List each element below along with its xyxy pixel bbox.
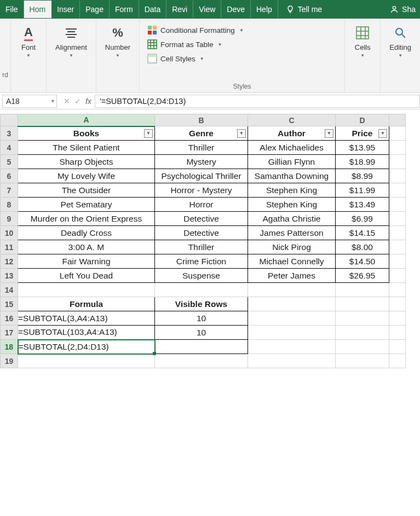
- table-cell-genre[interactable]: Detective: [155, 212, 248, 226]
- formula-cell[interactable]: =SUBTOTAL(103,A4:A13): [18, 326, 155, 340]
- table-cell-genre[interactable]: Thriller: [155, 141, 248, 155]
- col-header-D[interactable]: D: [336, 114, 389, 126]
- row-header-7[interactable]: 7: [1, 183, 18, 198]
- accept-icon[interactable]: ✓: [74, 97, 81, 106]
- table-cell-book[interactable]: Fair Warning: [18, 254, 155, 269]
- row-header-11[interactable]: 11: [1, 240, 18, 254]
- filter-button[interactable]: ▼: [144, 129, 153, 138]
- conditional-formatting-button[interactable]: Conditional Formatting▼: [145, 24, 246, 36]
- row-header-17[interactable]: 17: [1, 326, 18, 340]
- fx-icon[interactable]: fx: [85, 97, 91, 106]
- table-cell-price[interactable]: $13.95: [336, 141, 389, 155]
- table-cell-author[interactable]: Peter James: [248, 269, 336, 283]
- table-header-genre[interactable]: Genre▼: [155, 126, 248, 141]
- table-cell-genre[interactable]: Horror: [155, 198, 248, 212]
- table-cell-price[interactable]: $11.99: [336, 183, 389, 198]
- spreadsheet-grid[interactable]: A B C D 3 Books▼ Genre▼ Author▼ Price▼ 4…: [0, 114, 406, 368]
- col-header-E[interactable]: [389, 114, 406, 126]
- table-cell-price[interactable]: $6.99: [336, 212, 389, 226]
- row-header-15[interactable]: 15: [1, 297, 18, 311]
- table-cell-price[interactable]: $8.00: [336, 240, 389, 254]
- table-cell-genre[interactable]: Psychological Thriller: [155, 169, 248, 183]
- row-header-9[interactable]: 9: [1, 212, 18, 226]
- table-cell-author[interactable]: Stephen King: [248, 198, 336, 212]
- table-cell-price[interactable]: $13.49: [336, 198, 389, 212]
- tab-file[interactable]: File: [0, 1, 24, 18]
- filter-button[interactable]: ▼: [237, 129, 246, 138]
- row-header-19[interactable]: 19: [1, 354, 18, 368]
- table-cell-genre[interactable]: Detective: [155, 226, 248, 240]
- result-cell[interactable]: 10: [155, 311, 248, 326]
- table-cell-price[interactable]: $14.50: [336, 254, 389, 269]
- share-button[interactable]: Sha: [386, 5, 420, 14]
- filter-button[interactable]: ▼: [325, 129, 333, 138]
- row-header-3[interactable]: 3: [1, 126, 18, 141]
- visible-rows-header[interactable]: Visible Rows: [155, 297, 248, 311]
- tab-hom[interactable]: Hom: [24, 1, 52, 18]
- table-cell-book[interactable]: The Outsider: [18, 183, 155, 198]
- col-header-C[interactable]: C: [248, 114, 336, 126]
- chevron-down-icon[interactable]: ▼: [50, 98, 55, 104]
- table-cell-genre[interactable]: Mystery: [155, 155, 248, 169]
- editing-button[interactable]: Editing ▼: [386, 22, 415, 60]
- font-button[interactable]: A Font ▼: [16, 22, 41, 60]
- table-cell-author[interactable]: Michael Connelly: [248, 254, 336, 269]
- tab-data[interactable]: Data: [139, 1, 167, 18]
- table-header-books[interactable]: Books▼: [18, 126, 155, 141]
- row-header-10[interactable]: 10: [1, 226, 18, 240]
- tab-form[interactable]: Form: [110, 1, 139, 18]
- table-cell-author[interactable]: James Patterson: [248, 226, 336, 240]
- tab-deve[interactable]: Deve: [221, 1, 251, 18]
- row-header-6[interactable]: 6: [1, 169, 18, 183]
- table-cell-book[interactable]: Left You Dead: [18, 269, 155, 283]
- formula-cell[interactable]: =SUBTOTAL(3,A4:A13): [18, 311, 155, 326]
- filter-button[interactable]: ▼: [378, 129, 387, 138]
- table-cell-book[interactable]: 3:00 A. M: [18, 240, 155, 254]
- col-header-B[interactable]: B: [155, 114, 248, 126]
- table-cell-book[interactable]: Pet Sematary: [18, 198, 155, 212]
- table-cell-book[interactable]: My Lovely Wife: [18, 169, 155, 183]
- row-header-5[interactable]: 5: [1, 155, 18, 169]
- table-cell-book[interactable]: Deadly Cross: [18, 226, 155, 240]
- table-cell-price[interactable]: $18.99: [336, 155, 389, 169]
- table-cell-price[interactable]: $14.15: [336, 226, 389, 240]
- table-header-author[interactable]: Author▼: [248, 126, 336, 141]
- col-header-A[interactable]: A: [18, 114, 155, 126]
- tab-view[interactable]: View: [193, 1, 221, 18]
- table-cell-author[interactable]: Alex Michaelides: [248, 141, 336, 155]
- alignment-button[interactable]: Alignment ▼: [52, 22, 90, 60]
- row-header-16[interactable]: 16: [1, 311, 18, 326]
- table-cell-book[interactable]: Sharp Objects: [18, 155, 155, 169]
- number-button[interactable]: % Number ▼: [102, 22, 134, 60]
- row-header-13[interactable]: 13: [1, 269, 18, 283]
- formula-input[interactable]: '=SUBTOTAL(2,D4:D13): [95, 95, 420, 108]
- table-cell-book[interactable]: Murder on the Orient Express: [18, 212, 155, 226]
- table-cell-price[interactable]: $26.95: [336, 269, 389, 283]
- table-cell-genre[interactable]: Thriller: [155, 240, 248, 254]
- table-cell-author[interactable]: Samantha Downing: [248, 169, 336, 183]
- formula-header[interactable]: Formula: [18, 297, 155, 311]
- name-box[interactable]: A18 ▼: [2, 95, 57, 108]
- result-cell[interactable]: [155, 340, 248, 354]
- tell-me-search[interactable]: Tell me: [278, 5, 386, 14]
- cancel-icon[interactable]: ✕: [64, 97, 70, 106]
- row-header-12[interactable]: 12: [1, 254, 18, 269]
- cells-button[interactable]: Cells ▼: [350, 22, 375, 60]
- table-cell-price[interactable]: $8.99: [336, 169, 389, 183]
- tab-help[interactable]: Help: [251, 1, 278, 18]
- format-as-table-button[interactable]: Format as Table▼: [145, 38, 246, 50]
- select-all-corner[interactable]: [1, 114, 18, 126]
- table-cell-genre[interactable]: Horror - Mystery: [155, 183, 248, 198]
- table-cell-author[interactable]: Agatha Christie: [248, 212, 336, 226]
- table-header-price[interactable]: Price▼: [336, 126, 389, 141]
- tab-inser[interactable]: Inser: [51, 1, 80, 18]
- table-cell-genre[interactable]: Crime Fiction: [155, 254, 248, 269]
- row-header-8[interactable]: 8: [1, 198, 18, 212]
- tab-revi[interactable]: Revi: [166, 1, 193, 18]
- selected-cell[interactable]: =SUBTOTAL(2,D4:D13): [18, 340, 155, 354]
- table-cell-genre[interactable]: Suspense: [155, 269, 248, 283]
- row-header-18[interactable]: 18: [1, 340, 18, 354]
- result-cell[interactable]: 10: [155, 326, 248, 340]
- row-header-4[interactable]: 4: [1, 141, 18, 155]
- table-cell-author[interactable]: Gillian Flynn: [248, 155, 336, 169]
